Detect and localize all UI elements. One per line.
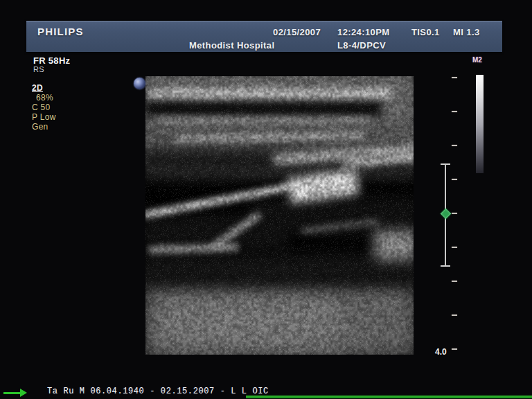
status-green-line	[246, 396, 532, 398]
mi-value: MI 1.3	[453, 27, 480, 37]
focal-zone-cap-bottom	[441, 265, 450, 267]
depth-tick	[452, 213, 457, 214]
philips-logo: PHILIPS	[37, 26, 84, 37]
frame-rate-label: FR 58Hz	[33, 55, 70, 66]
transducer-preset: L8-4/DPCV	[337, 40, 386, 51]
green-arrow-icon	[3, 388, 28, 398]
depth-tick	[452, 145, 457, 146]
grayscale-map-label: M2	[472, 56, 482, 64]
focus-marker-icon	[441, 209, 452, 220]
ultrasound-image	[145, 76, 414, 355]
map-general-value: Gen	[32, 122, 48, 132]
arrow-shaft	[3, 392, 20, 394]
depth-tick	[452, 348, 457, 350]
rs-label: RS	[33, 65, 44, 73]
depth-tick	[452, 247, 457, 248]
hospital-name: Methodist Hospital	[189, 40, 274, 51]
depth-tick	[452, 111, 457, 112]
ultrasound-screen: PHILIPS 02/15/2007 12:24:10PM TIS0.1 MI …	[0, 0, 532, 399]
mode-2d-label: 2D	[32, 83, 43, 93]
depth-tick	[452, 77, 457, 78]
depth-value: 4.0	[435, 347, 447, 357]
patient-info-line: Ta Ru M 06.04.1940 - 02.15.2007 - L L OI…	[47, 387, 269, 396]
focal-zone-cap-top	[441, 163, 450, 165]
depth-tick	[452, 314, 457, 316]
probe-orientation-icon	[134, 78, 145, 89]
exam-date: 02/15/2007	[273, 27, 321, 37]
grayscale-bar	[476, 75, 484, 173]
compression-value: C 50	[32, 103, 51, 112]
exam-time: 12:24:10PM	[337, 27, 390, 37]
persistence-value: P Low	[32, 112, 56, 122]
depth-tick	[452, 281, 457, 282]
arrow-head	[20, 389, 27, 397]
header-band: PHILIPS 02/15/2007 12:24:10PM TIS0.1 MI …	[26, 21, 502, 52]
gain-value: 68%	[36, 93, 53, 103]
depth-tick	[452, 179, 457, 180]
tis-value: TIS0.1	[411, 27, 440, 37]
